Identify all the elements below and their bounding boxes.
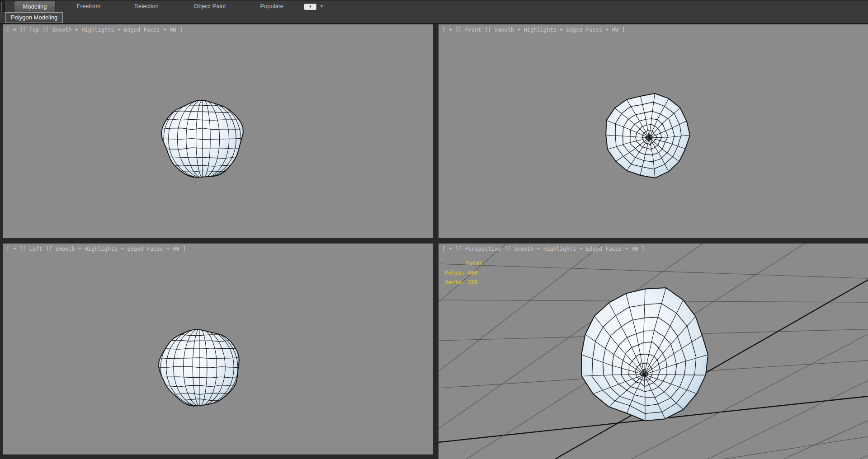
- ribbon: Modeling Freeform Selection Object Paint…: [0, 0, 868, 23]
- tab-modeling[interactable]: Modeling: [14, 1, 56, 12]
- panel-tab-polygon-modeling[interactable]: Polygon Modeling: [5, 12, 63, 23]
- tab-object-paint[interactable]: Object Paint: [188, 1, 232, 12]
- viewport-perspective[interactable]: [ + ][ Perspective ][ Smooth + Highlight…: [439, 244, 868, 459]
- chevron-down-icon: ▼: [320, 4, 324, 9]
- chevron-down-icon: ▼: [309, 5, 312, 9]
- viewport-perspective-label[interactable]: [ + ][ Perspective ][ Smooth + Highlight…: [442, 246, 645, 252]
- stats-verts: Verts: 338: [445, 278, 482, 287]
- viewport-front-label[interactable]: [ + ][ Front ][ Smooth + Highlights + Ed…: [442, 27, 625, 33]
- top-viewport-canvas: [3, 24, 433, 238]
- stats-total-label: Total: [445, 259, 482, 268]
- stats-polys: Polys: 400: [445, 268, 482, 278]
- viewport-top-label[interactable]: [ + ][ Top ][ Smooth + Highlights + Edge…: [6, 27, 183, 33]
- polygon-stats: Total Polys: 400 Verts: 338: [445, 259, 482, 287]
- ribbon-tab-bar: Modeling Freeform Selection Object Paint…: [0, 0, 868, 12]
- viewport-front[interactable]: [ + ][ Front ][ Smooth + Highlights + Ed…: [439, 24, 868, 238]
- perspective-viewport-canvas: [439, 244, 868, 459]
- front-viewport-canvas: [439, 24, 868, 238]
- viewport-left-label[interactable]: [ + ][ Left ][ Smooth + Highlights + Edg…: [6, 246, 186, 252]
- ribbon-panel-row: Polygon Modeling: [0, 12, 868, 24]
- ribbon-options-caret[interactable]: ▼: [320, 4, 324, 9]
- minimize-ribbon-button[interactable]: ▼: [304, 3, 317, 10]
- tab-freeform[interactable]: Freeform: [72, 1, 105, 12]
- tab-selection[interactable]: Selection: [129, 1, 164, 12]
- viewport-left[interactable]: [ + ][ Left ][ Smooth + Highlights + Edg…: [3, 244, 433, 454]
- tab-populate[interactable]: Populate: [254, 1, 290, 12]
- viewport-top[interactable]: [ + ][ Top ][ Smooth + Highlights + Edge…: [3, 24, 433, 238]
- left-viewport-canvas: [3, 244, 433, 454]
